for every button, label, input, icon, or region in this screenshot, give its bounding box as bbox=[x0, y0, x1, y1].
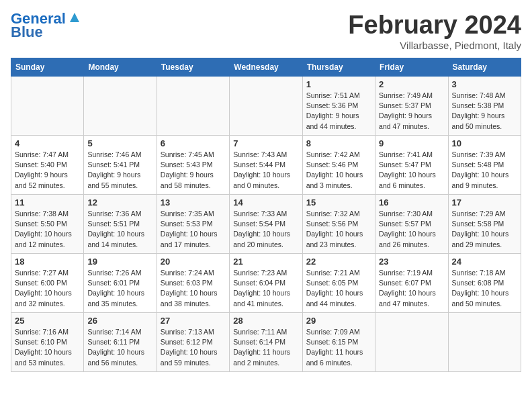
day-number: 1 bbox=[306, 79, 371, 89]
calendar-cell: 5Sunrise: 7:46 AMSunset: 5:41 PMDaylight… bbox=[84, 136, 157, 195]
header-cell-saturday: Saturday bbox=[448, 58, 521, 77]
day-number: 19 bbox=[87, 257, 152, 267]
day-info: Sunrise: 7:38 AMSunset: 5:50 PMDaylight:… bbox=[15, 209, 80, 250]
calendar-cell bbox=[230, 77, 302, 136]
day-number: 7 bbox=[233, 138, 298, 148]
day-number: 11 bbox=[15, 197, 80, 208]
calendar-week-2: 4Sunrise: 7:47 AMSunset: 5:40 PMDaylight… bbox=[11, 136, 521, 195]
calendar-cell: 3Sunrise: 7:48 AMSunset: 5:38 PMDaylight… bbox=[448, 77, 521, 136]
calendar-week-3: 11Sunrise: 7:38 AMSunset: 5:50 PMDayligh… bbox=[11, 195, 521, 254]
day-info: Sunrise: 7:48 AMSunset: 5:38 PMDaylight:… bbox=[452, 91, 517, 132]
day-number: 21 bbox=[233, 257, 298, 267]
header-cell-monday: Monday bbox=[84, 58, 157, 77]
header-cell-thursday: Thursday bbox=[302, 58, 375, 77]
calendar-cell: 2Sunrise: 7:49 AMSunset: 5:37 PMDaylight… bbox=[375, 77, 448, 136]
calendar-cell bbox=[11, 77, 84, 136]
calendar-cell: 15Sunrise: 7:32 AMSunset: 5:56 PMDayligh… bbox=[302, 195, 375, 254]
calendar-week-4: 18Sunrise: 7:27 AMSunset: 6:00 PMDayligh… bbox=[11, 254, 521, 313]
day-number: 22 bbox=[306, 257, 371, 267]
calendar-cell: 9Sunrise: 7:41 AMSunset: 5:47 PMDaylight… bbox=[375, 136, 448, 195]
calendar-cell: 1Sunrise: 7:51 AMSunset: 5:36 PMDaylight… bbox=[302, 77, 375, 136]
day-number: 8 bbox=[306, 138, 371, 148]
header-cell-wednesday: Wednesday bbox=[230, 58, 302, 77]
day-number: 6 bbox=[161, 138, 226, 148]
calendar-cell: 10Sunrise: 7:39 AMSunset: 5:48 PMDayligh… bbox=[448, 136, 521, 195]
day-number: 28 bbox=[233, 316, 298, 326]
day-info: Sunrise: 7:16 AMSunset: 6:10 PMDaylight:… bbox=[15, 327, 80, 368]
day-number: 9 bbox=[379, 138, 444, 148]
calendar-cell bbox=[157, 77, 229, 136]
calendar-cell: 18Sunrise: 7:27 AMSunset: 6:00 PMDayligh… bbox=[11, 254, 84, 313]
day-info: Sunrise: 7:51 AMSunset: 5:36 PMDaylight:… bbox=[306, 91, 371, 132]
day-info: Sunrise: 7:35 AMSunset: 5:53 PMDaylight:… bbox=[161, 209, 226, 250]
day-number: 10 bbox=[452, 138, 517, 148]
day-info: Sunrise: 7:49 AMSunset: 5:37 PMDaylight:… bbox=[379, 91, 444, 132]
day-info: Sunrise: 7:21 AMSunset: 6:05 PMDaylight:… bbox=[306, 268, 371, 309]
calendar-cell bbox=[375, 313, 448, 372]
calendar-week-5: 25Sunrise: 7:16 AMSunset: 6:10 PMDayligh… bbox=[11, 313, 521, 372]
calendar-table: SundayMondayTuesdayWednesdayThursdayFrid… bbox=[11, 58, 521, 372]
calendar-cell: 4Sunrise: 7:47 AMSunset: 5:40 PMDaylight… bbox=[11, 136, 84, 195]
day-info: Sunrise: 7:41 AMSunset: 5:47 PMDaylight:… bbox=[379, 150, 444, 191]
location-subtitle: Villarbasse, Piedmont, Italy bbox=[348, 40, 521, 51]
calendar-cell: 22Sunrise: 7:21 AMSunset: 6:05 PMDayligh… bbox=[302, 254, 375, 313]
day-info: Sunrise: 7:11 AMSunset: 6:14 PMDaylight:… bbox=[233, 327, 298, 368]
day-number: 16 bbox=[379, 197, 444, 208]
day-number: 12 bbox=[87, 197, 152, 208]
day-number: 5 bbox=[87, 138, 152, 148]
calendar-cell: 26Sunrise: 7:14 AMSunset: 6:11 PMDayligh… bbox=[84, 313, 157, 372]
header-row: SundayMondayTuesdayWednesdayThursdayFrid… bbox=[11, 58, 521, 77]
day-number: 2 bbox=[379, 79, 444, 89]
calendar-cell: 24Sunrise: 7:18 AMSunset: 6:08 PMDayligh… bbox=[448, 254, 521, 313]
calendar-header: SundayMondayTuesdayWednesdayThursdayFrid… bbox=[11, 58, 521, 77]
day-info: Sunrise: 7:39 AMSunset: 5:48 PMDaylight:… bbox=[452, 150, 517, 191]
day-number: 15 bbox=[306, 197, 371, 208]
page-header: General Blue February 2024 Villarbasse, … bbox=[11, 11, 521, 51]
day-info: Sunrise: 7:13 AMSunset: 6:12 PMDaylight:… bbox=[161, 327, 226, 368]
day-info: Sunrise: 7:47 AMSunset: 5:40 PMDaylight:… bbox=[15, 150, 80, 191]
calendar-cell: 19Sunrise: 7:26 AMSunset: 6:01 PMDayligh… bbox=[84, 254, 157, 313]
calendar-cell: 8Sunrise: 7:42 AMSunset: 5:46 PMDaylight… bbox=[302, 136, 375, 195]
calendar-cell: 13Sunrise: 7:35 AMSunset: 5:53 PMDayligh… bbox=[157, 195, 229, 254]
calendar-cell: 17Sunrise: 7:29 AMSunset: 5:58 PMDayligh… bbox=[448, 195, 521, 254]
day-info: Sunrise: 7:09 AMSunset: 6:15 PMDaylight:… bbox=[306, 327, 371, 368]
calendar-cell: 23Sunrise: 7:19 AMSunset: 6:07 PMDayligh… bbox=[375, 254, 448, 313]
day-number: 3 bbox=[452, 79, 517, 89]
day-number: 18 bbox=[15, 257, 80, 267]
calendar-cell: 27Sunrise: 7:13 AMSunset: 6:12 PMDayligh… bbox=[157, 313, 229, 372]
day-info: Sunrise: 7:33 AMSunset: 5:54 PMDaylight:… bbox=[233, 209, 298, 250]
calendar-cell bbox=[84, 77, 157, 136]
day-number: 26 bbox=[87, 316, 152, 326]
day-number: 29 bbox=[306, 316, 371, 326]
day-info: Sunrise: 7:26 AMSunset: 6:01 PMDaylight:… bbox=[87, 268, 152, 309]
header-cell-sunday: Sunday bbox=[11, 58, 84, 77]
calendar-cell: 7Sunrise: 7:43 AMSunset: 5:44 PMDaylight… bbox=[230, 136, 302, 195]
calendar-cell: 20Sunrise: 7:24 AMSunset: 6:03 PMDayligh… bbox=[157, 254, 229, 313]
calendar-cell: 11Sunrise: 7:38 AMSunset: 5:50 PMDayligh… bbox=[11, 195, 84, 254]
calendar-cell bbox=[448, 313, 521, 372]
calendar-cell: 16Sunrise: 7:30 AMSunset: 5:57 PMDayligh… bbox=[375, 195, 448, 254]
day-info: Sunrise: 7:27 AMSunset: 6:00 PMDaylight:… bbox=[15, 268, 80, 309]
day-number: 13 bbox=[161, 197, 226, 208]
logo: General Blue bbox=[11, 11, 82, 40]
calendar-cell: 6Sunrise: 7:45 AMSunset: 5:43 PMDaylight… bbox=[157, 136, 229, 195]
day-info: Sunrise: 7:45 AMSunset: 5:43 PMDaylight:… bbox=[161, 150, 226, 191]
day-number: 27 bbox=[161, 316, 226, 326]
svg-marker-0 bbox=[70, 13, 79, 22]
logo-triangle-icon bbox=[67, 10, 82, 25]
day-info: Sunrise: 7:30 AMSunset: 5:57 PMDaylight:… bbox=[379, 209, 444, 250]
day-info: Sunrise: 7:19 AMSunset: 6:07 PMDaylight:… bbox=[379, 268, 444, 309]
calendar-week-1: 1Sunrise: 7:51 AMSunset: 5:36 PMDaylight… bbox=[11, 77, 521, 136]
day-info: Sunrise: 7:42 AMSunset: 5:46 PMDaylight:… bbox=[306, 150, 371, 191]
day-info: Sunrise: 7:46 AMSunset: 5:41 PMDaylight:… bbox=[87, 150, 152, 191]
calendar-cell: 25Sunrise: 7:16 AMSunset: 6:10 PMDayligh… bbox=[11, 313, 84, 372]
day-info: Sunrise: 7:36 AMSunset: 5:51 PMDaylight:… bbox=[87, 209, 152, 250]
calendar-cell: 14Sunrise: 7:33 AMSunset: 5:54 PMDayligh… bbox=[230, 195, 302, 254]
day-number: 17 bbox=[452, 197, 517, 208]
day-number: 4 bbox=[15, 138, 80, 148]
title-block: February 2024 Villarbasse, Piedmont, Ita… bbox=[348, 11, 521, 51]
day-number: 25 bbox=[15, 316, 80, 326]
day-info: Sunrise: 7:29 AMSunset: 5:58 PMDaylight:… bbox=[452, 209, 517, 250]
header-cell-tuesday: Tuesday bbox=[157, 58, 229, 77]
day-number: 23 bbox=[379, 257, 444, 267]
